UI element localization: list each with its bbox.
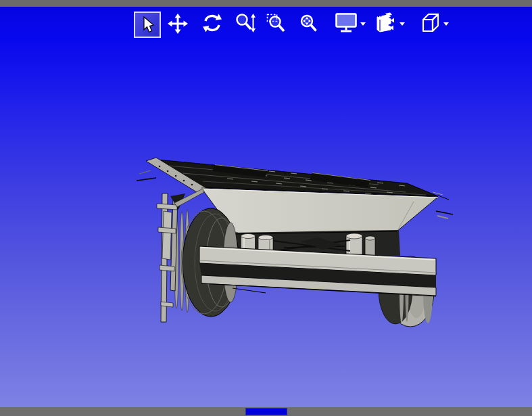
viewport-canvas[interactable] [0,0,532,416]
edrawings-viewer-window: { "colors": { "titlebar_gray": "#6b6b6b"… [0,0,532,416]
taskbar-app-button[interactable] [245,408,287,415]
deck-top [146,158,438,196]
trailer-model [137,158,453,327]
taskbar-sliver [0,407,532,416]
